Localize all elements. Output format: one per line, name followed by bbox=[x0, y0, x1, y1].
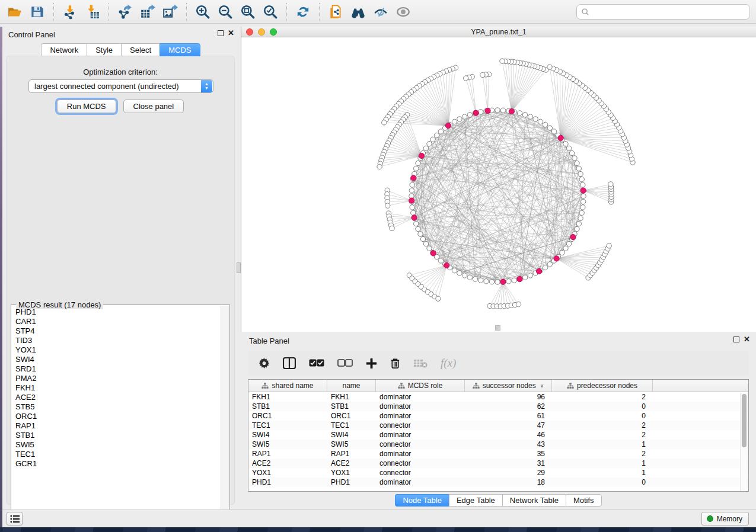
cell-shared_name[interactable]: YOX1 bbox=[248, 468, 327, 477]
search-network-button[interactable] bbox=[347, 2, 369, 21]
mcds-result-item[interactable]: PHD1 bbox=[12, 307, 221, 317]
cell-mcds_role[interactable]: connector bbox=[376, 440, 465, 449]
mcds-result-item[interactable]: STB5 bbox=[12, 402, 221, 412]
cell-predecessor_nodes[interactable]: 0 bbox=[552, 477, 653, 487]
cell-successor_nodes[interactable]: 47 bbox=[465, 421, 552, 430]
vizmapper-button[interactable] bbox=[369, 2, 392, 21]
cell-successor_nodes[interactable]: 62 bbox=[465, 402, 552, 411]
cell-mcds_role[interactable]: dominator bbox=[376, 411, 465, 421]
mcds-result-item[interactable]: FKH1 bbox=[12, 383, 221, 393]
cell-shared_name[interactable]: PHD1 bbox=[248, 477, 327, 487]
mcds-list-scrollbar[interactable] bbox=[221, 306, 229, 523]
cell-mcds_role[interactable]: dominator bbox=[376, 402, 465, 411]
mcds-result-item[interactable]: TID3 bbox=[12, 336, 221, 345]
mcds-result-item[interactable]: RAP1 bbox=[12, 421, 221, 431]
cell-shared_name[interactable]: FKH1 bbox=[248, 392, 327, 402]
cell-predecessor_nodes[interactable]: 1 bbox=[552, 440, 653, 449]
add-column-icon[interactable] bbox=[366, 358, 377, 369]
cell-mcds_role[interactable]: dominator bbox=[376, 449, 465, 459]
cell-shared_name[interactable]: ACE2 bbox=[248, 459, 327, 468]
zoom-out-button[interactable] bbox=[214, 2, 237, 21]
column-header-successor-nodes[interactable]: successor nodes∨ bbox=[465, 380, 552, 392]
table-row[interactable]: RAP1RAP1dominator352 bbox=[248, 449, 748, 459]
refresh-network-button[interactable] bbox=[292, 2, 314, 21]
cell-predecessor_nodes[interactable]: 1 bbox=[552, 468, 653, 477]
cell-successor_nodes[interactable]: 43 bbox=[465, 440, 552, 449]
search-input[interactable] bbox=[589, 8, 749, 16]
table-row[interactable]: TEC1TEC1connector472 bbox=[248, 421, 748, 430]
tab-node-table[interactable]: Node Table bbox=[395, 494, 449, 507]
import-table-button[interactable] bbox=[81, 2, 104, 21]
cell-name[interactable]: PHD1 bbox=[327, 477, 376, 487]
zoom-fit-button[interactable] bbox=[237, 2, 259, 21]
cell-name[interactable]: SWI5 bbox=[327, 440, 376, 449]
cell-successor_nodes[interactable]: 31 bbox=[465, 459, 552, 468]
zoom-selected-button[interactable] bbox=[259, 2, 282, 21]
mcds-result-item[interactable]: TEC1 bbox=[12, 450, 221, 459]
export-table-button[interactable] bbox=[136, 2, 159, 21]
tab-motifs[interactable]: Motifs bbox=[566, 494, 602, 507]
cell-predecessor_nodes[interactable]: 0 bbox=[552, 411, 653, 421]
float-table-panel-icon[interactable] bbox=[733, 336, 739, 342]
cell-predecessor_nodes[interactable]: 1 bbox=[552, 459, 653, 468]
table-row[interactable]: ACE2ACE2connector311 bbox=[248, 459, 748, 468]
cell-name[interactable]: STB1 bbox=[327, 402, 376, 411]
cell-name[interactable]: YOX1 bbox=[327, 468, 376, 477]
cell-predecessor_nodes[interactable]: 2 bbox=[552, 421, 653, 430]
column-header-predecessor-nodes[interactable]: predecessor nodes bbox=[552, 380, 653, 392]
network-window-titlebar[interactable]: YPA_prune.txt_1 bbox=[241, 27, 756, 37]
zoom-in-button[interactable] bbox=[192, 2, 214, 21]
mcds-result-item[interactable]: CAR1 bbox=[12, 317, 221, 326]
import-network-button[interactable] bbox=[59, 2, 81, 21]
tab-network[interactable]: Network bbox=[41, 43, 87, 56]
network-graph[interactable] bbox=[241, 37, 756, 332]
mcds-result-item[interactable]: SWI4 bbox=[12, 355, 221, 364]
cell-shared_name[interactable]: TEC1 bbox=[248, 421, 327, 430]
table-row[interactable]: SWI4SWI4dominator462 bbox=[248, 430, 748, 440]
cell-name[interactable]: RAP1 bbox=[327, 449, 376, 459]
tab-edge-table[interactable]: Edge Table bbox=[449, 494, 502, 507]
cell-mcds_role[interactable]: connector bbox=[376, 468, 465, 477]
cell-successor_nodes[interactable]: 61 bbox=[465, 411, 552, 421]
cell-shared_name[interactable]: ORC1 bbox=[248, 411, 327, 421]
cell-predecessor_nodes[interactable]: 0 bbox=[552, 402, 653, 411]
cell-mcds_role[interactable]: connector bbox=[376, 459, 465, 468]
close-panel-button[interactable]: Close panel bbox=[123, 100, 184, 113]
column-header-shared-name[interactable]: shared name bbox=[248, 380, 327, 392]
cell-successor_nodes[interactable]: 18 bbox=[465, 477, 552, 487]
splitter-handle[interactable] bbox=[237, 262, 241, 273]
cell-successor_nodes[interactable]: 29 bbox=[465, 468, 552, 477]
cell-name[interactable]: ORC1 bbox=[327, 411, 376, 421]
mcds-result-item[interactable]: PMA2 bbox=[12, 374, 221, 383]
cell-mcds_role[interactable]: connector bbox=[376, 421, 465, 430]
cell-name[interactable]: SWI4 bbox=[327, 430, 376, 440]
column-header-MCDS-role[interactable]: MCDS role bbox=[376, 380, 465, 392]
cell-shared_name[interactable]: SWI5 bbox=[248, 440, 327, 449]
cell-predecessor_nodes[interactable]: 2 bbox=[552, 430, 653, 440]
table-row[interactable]: PHD1PHD1dominator180 bbox=[248, 477, 748, 487]
cell-name[interactable]: FKH1 bbox=[327, 392, 376, 402]
deselect-all-icon[interactable] bbox=[337, 359, 353, 367]
delete-table-icon[interactable] bbox=[413, 358, 428, 368]
mcds-result-item[interactable]: SRD1 bbox=[12, 364, 221, 374]
tab-mcds[interactable]: MCDS bbox=[160, 43, 200, 56]
mcds-result-item[interactable]: ORC1 bbox=[12, 412, 221, 421]
table-row[interactable]: SWI5SWI5connector431 bbox=[248, 440, 748, 449]
hide-details-button[interactable] bbox=[392, 2, 414, 21]
table-row[interactable]: STB1STB1dominator620 bbox=[248, 402, 748, 411]
save-session-button[interactable] bbox=[26, 2, 49, 21]
close-panel-icon[interactable]: ✕ bbox=[228, 30, 234, 36]
close-table-panel-icon[interactable]: ✕ bbox=[744, 336, 750, 342]
tab-style[interactable]: Style bbox=[87, 43, 121, 56]
cell-successor_nodes[interactable]: 96 bbox=[465, 392, 552, 402]
tab-select[interactable]: Select bbox=[121, 43, 160, 56]
table-row[interactable]: FKH1FKH1dominator962 bbox=[248, 392, 748, 402]
cell-mcds_role[interactable]: dominator bbox=[376, 430, 465, 440]
network-hscroll-handle[interactable] bbox=[495, 325, 500, 331]
export-network-button[interactable] bbox=[114, 2, 136, 21]
delete-icon[interactable] bbox=[390, 357, 400, 369]
gear-icon[interactable] bbox=[259, 358, 270, 369]
cell-shared_name[interactable]: RAP1 bbox=[248, 449, 327, 459]
columns-icon[interactable] bbox=[283, 357, 296, 369]
memory-button[interactable]: Memory bbox=[701, 512, 749, 525]
